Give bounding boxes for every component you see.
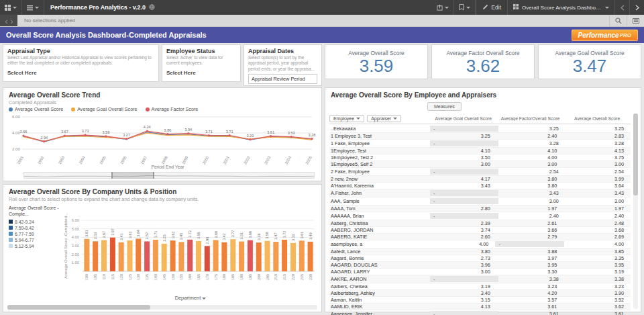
table-row[interactable]: Aafedt, Lance 3.803.883.85 (329, 249, 631, 255)
bar[interactable] (239, 242, 244, 272)
table-row[interactable]: Aalbertsberg, Ashley 3.404.203.90 (329, 290, 631, 297)
employee-name-cell[interactable]: 1Employee5, Self 2 (329, 161, 430, 167)
table-row[interactable]: ..Eekawaka -3.253.25 (329, 125, 631, 133)
table-row[interactable]: 1 Fake, Employee -3.283.28 (329, 140, 631, 148)
table-row[interactable]: 1 Employee 3, Test 3.252.402.83 (329, 133, 631, 140)
bar[interactable] (205, 246, 210, 271)
bar[interactable] (196, 241, 201, 271)
table-row[interactable]: AAA, Sample -3.003.00 (329, 197, 631, 206)
table-row[interactable]: AAGARD, LARRY 3.003.303.19 (329, 269, 631, 275)
table-row[interactable]: AABERG, JORDAN 3.743.663.68 (329, 227, 631, 234)
employee-name-cell[interactable]: Aaberg, Christina (329, 220, 430, 226)
employee-name-cell[interactable]: AAA, Sample (329, 197, 430, 205)
bar[interactable] (308, 242, 313, 271)
horizontal-scrollbar[interactable] (7, 305, 317, 310)
table-row[interactable]: AAAA, Tom 2.801.971.97 (329, 206, 631, 212)
employee-name-cell[interactable]: ..Eekawaka (329, 125, 430, 132)
bar[interactable] (110, 238, 115, 271)
table-row[interactable]: 1Employee, Test 4.104.104.13 (329, 148, 631, 154)
employee-name-cell[interactable]: AAMLID, ERIK (329, 304, 430, 310)
bar[interactable] (144, 241, 150, 271)
bar[interactable] (170, 240, 176, 271)
bar[interactable] (290, 243, 296, 271)
bar[interactable] (221, 242, 227, 271)
employee-name-cell[interactable]: AAAA, Tom (329, 206, 430, 212)
chart-navigator[interactable] (23, 172, 315, 179)
bar[interactable] (93, 241, 98, 271)
bar[interactable] (178, 242, 184, 271)
table-row[interactable]: AAGARD, DOUGLAS 3.963.953.95 (329, 262, 631, 269)
bar[interactable] (187, 240, 193, 271)
bar[interactable] (162, 244, 167, 271)
employee-name-cell[interactable]: 1 Fake, Employee (329, 140, 430, 147)
scrollbar-thumb[interactable] (633, 114, 638, 195)
legend-item[interactable]: Average Overall Score (9, 106, 63, 112)
previous-sheet-button[interactable] (614, 0, 629, 15)
employee-name-cell[interactable]: AAKRE, AARON (329, 275, 430, 283)
employee-name-cell[interactable]: Aalbertsberg, Ashley (329, 290, 430, 296)
column-header[interactable]: Average Overall Score (564, 116, 631, 121)
employee-name-cell[interactable]: AAGARD, DOUGLAS (329, 262, 430, 268)
sheet-selector[interactable]: Overall Score Analysis Dashboa.... (507, 0, 614, 15)
table-row[interactable]: Aanensen, Jennifer -3.613.61 (329, 310, 631, 315)
x-axis-dimension-button[interactable]: Department (62, 295, 319, 301)
table-row[interactable]: aaemployee, a 4.00-4.00 (329, 240, 631, 249)
legend-item[interactable]: Average Goal Overall Score (71, 106, 137, 112)
employee-name-cell[interactable]: 1 Employee 3, Test (329, 133, 430, 139)
selections-history-buttons[interactable] (0, 15, 17, 26)
employee-name-cell[interactable]: AAAAAA, Brian (329, 212, 430, 220)
table-row[interactable]: Aaberg, Christina 2.392.612.48 (329, 220, 631, 227)
bar-chart[interactable]: 1.002.003.004.005.006.003.811003.531053.… (62, 203, 319, 293)
legend-item[interactable]: 5.12-5.94 (9, 244, 62, 249)
bar[interactable] (265, 241, 270, 271)
options-menu-button[interactable] (22, 0, 44, 15)
table-row[interactable]: A'Haamid, Kareema 3.433.803.64 (329, 183, 631, 189)
table-row[interactable]: AAMLID, ERIK 4.133.613.62 (329, 304, 631, 310)
employee-name-cell[interactable]: AABERG, JORDAN (329, 227, 430, 233)
table-row[interactable]: 2 new, 2new 4.173.803.99 (329, 176, 631, 183)
employee-name-cell[interactable]: 2 new, 2new (329, 176, 430, 182)
bar[interactable] (230, 239, 235, 271)
employee-name-cell[interactable]: A'Haamid, Kareema (329, 183, 430, 189)
legend-item[interactable]: 6.77-7.59 (9, 232, 62, 236)
table-row[interactable]: Aalbers, Chelsea 3.193.233.23 (329, 283, 631, 290)
vertical-scrollbar[interactable] (633, 114, 638, 309)
legend-item[interactable]: Average Factor Score (146, 106, 199, 112)
app-menu-button[interactable] (0, 0, 22, 15)
table-row[interactable]: 2 Fake, Employee -2.542.54 (329, 168, 631, 176)
table-row[interactable]: 1Employee5, Self 2 3.003.003.00 (329, 161, 631, 168)
bar[interactable] (248, 240, 253, 271)
kpi-card[interactable]: Average Goal Overall Score 3.47 (538, 44, 641, 79)
smart-search-button[interactable] (609, 15, 627, 26)
legend-item[interactable]: 8.42-9.24 (9, 220, 62, 224)
employee-name-cell[interactable]: A.Fisher, John (329, 189, 430, 197)
bar[interactable] (136, 238, 141, 271)
bar[interactable] (84, 239, 89, 271)
employee-name-cell[interactable]: Aafedt, Lance (329, 249, 430, 255)
table-row[interactable]: A.Fisher, John -3.433.43 (329, 189, 631, 197)
employee-dimension-button[interactable]: Employee (329, 115, 364, 122)
table-row[interactable]: AABERG, KATIE 2.602.792.69 (329, 234, 631, 240)
bar[interactable] (101, 240, 107, 272)
bar[interactable] (273, 242, 278, 271)
trend-line-chart[interactable]: 2.004.006.003.662.943.673.733.593.274.24… (6, 113, 320, 171)
table-row[interactable]: AAKRE, AARON -3.383.38 (329, 275, 631, 283)
measures-button[interactable]: Measures (427, 102, 462, 111)
bar[interactable] (119, 242, 124, 271)
employee-name-cell[interactable]: Aanensen, Jennifer (329, 310, 430, 315)
next-sheet-button[interactable] (629, 0, 644, 15)
navigator-range-handle[interactable] (111, 172, 155, 179)
legend-item[interactable]: 5.94-6.77 (9, 238, 62, 242)
bar[interactable] (282, 240, 287, 271)
kpi-card[interactable]: Average Overall Score 3.59 (325, 44, 428, 79)
bookmarks-button[interactable] (454, 0, 476, 15)
employee-name-cell[interactable]: Aagard, Bonnie (329, 255, 430, 261)
bar[interactable] (153, 240, 158, 271)
column-header[interactable]: Average FactorOverall Score (497, 116, 564, 121)
employee-name-cell[interactable]: aaemployee, a (329, 240, 430, 248)
employee-name-cell[interactable]: Aaman, Kaitlin (329, 297, 430, 303)
scrollbar-thumb[interactable] (7, 305, 150, 310)
bar[interactable] (256, 242, 262, 271)
table-row[interactable]: AAAAAA, Brian -2.402.40 (329, 212, 631, 220)
employee-name-cell[interactable]: 1Employee2, Test 2 (329, 154, 430, 161)
